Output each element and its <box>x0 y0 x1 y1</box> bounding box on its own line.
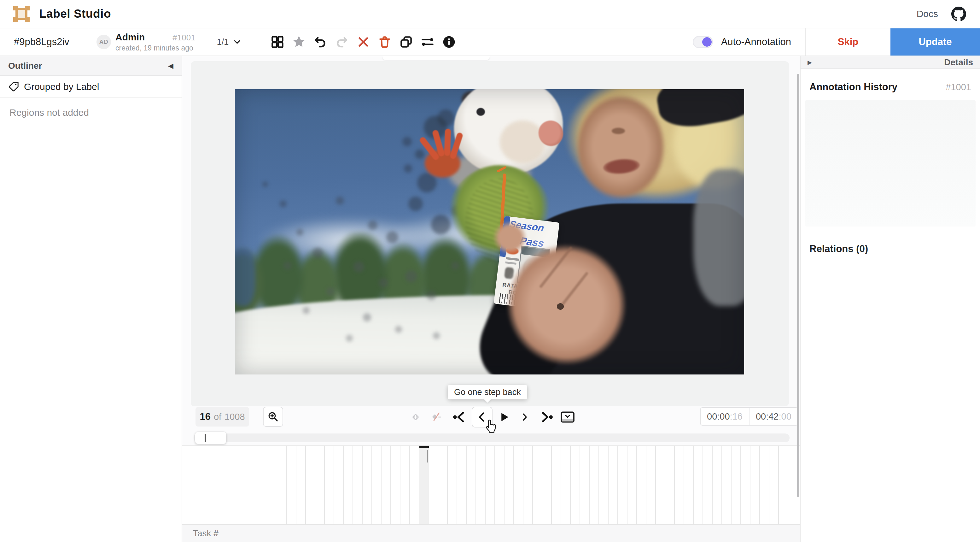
vertical-scrollbar[interactable] <box>797 74 799 497</box>
add-keypoint-button[interactable] <box>409 410 423 424</box>
avatar: AD <box>97 35 111 49</box>
video-controls: 16 of 1008 <box>182 406 800 428</box>
previous-keypoint-button[interactable] <box>453 411 467 423</box>
next-keypoint-button[interactable] <box>539 411 553 423</box>
group-by-label-control[interactable]: Grouped by Label <box>0 76 181 98</box>
label-studio-logo-icon[interactable] <box>13 6 30 22</box>
details-panel: ▶ Details Annotation History #1001 Relat… <box>800 56 980 542</box>
auto-annotation-label: Auto-Annotation <box>721 36 791 48</box>
time-position[interactable]: 00:00:16 <box>701 408 749 425</box>
frame-counter[interactable]: 16 of 1008 <box>196 407 249 427</box>
update-button[interactable]: Update <box>891 29 980 56</box>
grid-view-button[interactable] <box>270 34 285 50</box>
zoom-in-button[interactable] <box>263 406 283 427</box>
frame-total: 1008 <box>224 412 245 422</box>
annotation-toolbar: #9pb8Lgs2iv AD Admin #1001 created, 19 m… <box>0 29 980 56</box>
annotation-history-header: Annotation History #1001 <box>800 69 980 100</box>
video-panel: Season Pass RATATOUILLE BOWERS <box>191 61 789 406</box>
frames-timeline[interactable] <box>182 445 800 524</box>
redo-button[interactable] <box>334 34 350 50</box>
task-id-section: #9pb8Lgs2iv <box>0 29 88 56</box>
auto-annotation-toggle[interactable] <box>693 36 713 48</box>
collapse-timeline-button[interactable] <box>560 410 575 424</box>
auto-annotation-control: Auto-Annotation <box>690 29 805 56</box>
docs-link[interactable]: Docs <box>916 8 938 19</box>
step-back-button[interactable] <box>472 406 493 427</box>
annotation-id: #1001 <box>172 33 195 42</box>
seek-track[interactable] <box>194 434 789 442</box>
star-ground-truth-button[interactable] <box>291 34 307 50</box>
play-button[interactable] <box>497 410 511 424</box>
undo-button[interactable] <box>312 34 328 50</box>
collapse-panel-icon[interactable]: ◀ <box>168 62 173 69</box>
group-by-label-text: Grouped by Label <box>24 81 99 92</box>
settings-sliders-button[interactable] <box>420 34 436 50</box>
annotation-pager: 1/1 <box>217 37 229 47</box>
video-workspace: Season Pass RATATOUILLE BOWERS <box>182 56 800 542</box>
time-display: 00:00:16 00:42:00 <box>700 407 799 426</box>
outliner-title: Outliner <box>8 61 42 71</box>
skip-button[interactable]: Skip <box>805 29 891 56</box>
app-title: Label Studio <box>39 7 111 21</box>
annotator-name: Admin <box>115 32 145 42</box>
timeline-grid[interactable] <box>277 446 795 524</box>
details-header: ▶ Details <box>800 56 980 69</box>
annotation-history-title: Annotation History <box>810 81 897 93</box>
outliner-header: Outliner ◀ <box>0 56 181 76</box>
step-forward-button[interactable] <box>520 411 529 423</box>
frame-separator: of <box>214 412 221 422</box>
relations-title: Relations (0) <box>810 243 868 254</box>
seek-playhead <box>205 434 206 442</box>
regions-empty-message: Regions not added <box>10 107 181 118</box>
info-button[interactable] <box>441 34 457 50</box>
relations-section[interactable]: Relations (0) <box>800 235 980 263</box>
tag-icon <box>8 81 19 92</box>
timeline-footer: Task # <box>182 524 800 542</box>
annotation-history-list <box>805 100 975 226</box>
reset-button[interactable] <box>355 34 371 50</box>
annotation-created: created, 19 minutes ago <box>115 44 196 52</box>
app-header: Label Studio Docs <box>0 0 980 29</box>
outliner-panel: Outliner ◀ Grouped by Label Regions not … <box>0 56 182 542</box>
annotation-history-id: #1001 <box>946 82 971 92</box>
scrolled-toolbar-edge <box>382 56 490 60</box>
delete-annotation-button[interactable] <box>377 34 393 50</box>
expand-panel-icon[interactable]: ▶ <box>808 60 812 65</box>
annotation-actions <box>270 29 457 56</box>
annotation-selector[interactable]: AD Admin #1001 created, 19 minutes ago 1… <box>88 29 250 56</box>
step-back-tooltip: Go one step back <box>448 385 527 399</box>
timeline-active-frame[interactable] <box>419 446 429 524</box>
remove-keypoint-button[interactable] <box>430 410 445 424</box>
task-number-label: Task # <box>193 528 218 539</box>
github-icon[interactable] <box>951 6 966 21</box>
duplicate-annotation-button[interactable] <box>398 34 414 50</box>
video-canvas[interactable]: Season Pass RATATOUILLE BOWERS <box>235 89 744 375</box>
label-studio-app: Label Studio Docs #9pb8Lgs2iv AD Admin #… <box>0 0 980 542</box>
task-id: #9pb8Lgs2iv <box>14 36 69 48</box>
seek-thumb[interactable] <box>195 432 226 444</box>
chevron-down-icon[interactable] <box>232 37 242 47</box>
time-duration[interactable]: 00:42:00 <box>749 408 798 425</box>
details-title: Details <box>944 57 973 67</box>
frame-current: 16 <box>200 411 210 422</box>
